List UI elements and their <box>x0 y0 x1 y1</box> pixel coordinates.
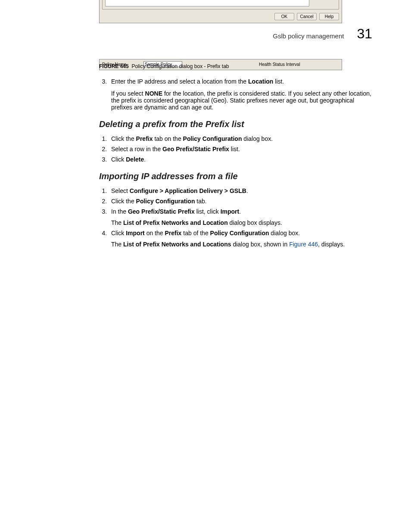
help-button[interactable]: Help <box>319 13 339 20</box>
health-label: Health Status Interval <box>259 62 298 67</box>
figure-caption-text: Policy Configuration dialog box - Prefix… <box>131 63 229 69</box>
del-step-1: Click the Prefix tab on the Policy Confi… <box>109 135 372 142</box>
ok-button[interactable]: OK <box>274 13 294 20</box>
page-header: Gslb policy management 31 <box>52 26 372 42</box>
imp-step-1: Select Configure > Application Delivery … <box>109 187 372 194</box>
section-title: Gslb policy management <box>273 32 344 40</box>
del-step-3: Click Delete. <box>109 156 372 163</box>
figure-number: FIGURE 445 <box>99 63 129 69</box>
cancel-button[interactable]: Cancel <box>297 13 317 20</box>
imp-step-2: Click the Policy Configuration tab. <box>109 198 372 205</box>
imp-step-3: In the Geo Prefix/Static Prefix list, cl… <box>109 208 372 226</box>
prefix-table[interactable]: IP Address / Mask Location Asia NONE Asi… <box>105 0 309 6</box>
figure-caption: FIGURE 445 Policy Configuration dialog b… <box>99 63 372 69</box>
step-3: Enter the IP address and select a locati… <box>109 78 372 111</box>
del-step-2: Select a row in the Geo Prefix/Static Pr… <box>109 146 372 152</box>
heading-importing: Importing IP addresses from a file <box>99 171 372 181</box>
figure-446-link[interactable]: Figure 446 <box>289 241 318 248</box>
heading-deleting: Deleting a prefix from the Prefix list <box>99 119 372 129</box>
imp-step-4: Click Import on the Prefix tab of the Po… <box>109 230 372 248</box>
page-number: 31 <box>357 26 372 42</box>
